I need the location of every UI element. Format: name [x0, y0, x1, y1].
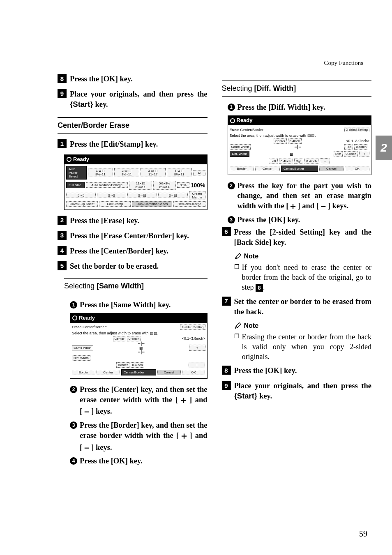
lcd1-edit-stamp[interactable]: Edit/Stamp	[99, 201, 131, 207]
r-step-8-icon: 8	[222, 366, 231, 375]
step-3-icon: 3	[58, 231, 67, 240]
step-1-text: Press the [Edit/Stamp] key.	[70, 139, 158, 150]
step-8: 8 Press the [OK] key.	[58, 74, 208, 84]
header-rule	[58, 68, 371, 68]
step-2-icon: 2	[58, 216, 67, 225]
lcd3-ok[interactable]: OK	[345, 166, 369, 171]
lcd2-same-width[interactable]: Same Width	[72, 345, 93, 350]
r-step-7-icon: 7	[222, 297, 231, 306]
substep-3: 3 Press the [Border] key, and then set t…	[70, 420, 208, 454]
lcd-screenshot-2: Ready Erase Center/Border: 2-sided Setti…	[70, 313, 208, 379]
step-5-icon: 5	[58, 261, 67, 270]
breadcrumb: Copy Functions	[324, 60, 363, 67]
r-step-6-text: Press the [2-sided Setting] key and the …	[234, 227, 372, 248]
substep-4: 4 Press the [OK] key.	[70, 456, 208, 466]
lcd2-ok[interactable]: OK	[182, 370, 205, 375]
step-9-text: Place your originals, and then press the…	[70, 89, 208, 110]
lcd2-center[interactable]: Center	[97, 370, 120, 375]
step-5: 5 Set the border to be erased.	[58, 261, 208, 272]
lcd1-reduce[interactable]: Reduce/Enlarge	[173, 201, 205, 207]
lcd-screenshot-3: Ready Erase Center/Border: 2-sided Setti…	[228, 115, 372, 175]
left-column: 8 Press the [OK] key. 9 Place your origi…	[58, 74, 208, 468]
substep-2: 2 Press the [Center] key, and then set t…	[70, 385, 208, 418]
circle-2-icon: 2	[70, 386, 77, 393]
r-substep-3: 3 Press the [OK] key.	[228, 215, 372, 225]
step-4: 4 Press the [Center/Border] key.	[58, 246, 208, 256]
substep-1: 1 Press the [Same Width] key.	[70, 300, 208, 310]
r-step-6: 6 Press the [2-sided Setting] key and th…	[222, 227, 372, 248]
pencil-icon	[234, 253, 242, 260]
chapter-tab: 2	[376, 136, 392, 160]
right-column: Selecting [Diff. Width] 1 Press the [Dif…	[222, 74, 372, 468]
note-2-body: ❒ Erasing the center or border from the …	[234, 332, 372, 362]
r-step-8-text: Press the [OK] key.	[234, 366, 297, 376]
r-substep-2: 2 Press the key for the part you wish to…	[228, 181, 372, 212]
page-number: 59	[359, 529, 367, 539]
diff-width-heading: Selecting [Diff. Width]	[222, 81, 372, 97]
r-substep-1: 1 Press the [Diff. Width] key.	[228, 102, 372, 112]
lcd3-border[interactable]: Border	[230, 166, 254, 171]
lcd2-2sided[interactable]: 2-sided Setting	[180, 325, 205, 330]
circle-3-icon: 3	[70, 421, 77, 429]
step-1-icon: 1	[58, 139, 67, 148]
r-circle-2-icon: 2	[228, 182, 235, 189]
lcd1-auto-reduce[interactable]: Auto Reduce/Enlarge	[86, 182, 128, 188]
step-4-text: Press the [Center/Border] key.	[70, 246, 168, 256]
lcd2-border[interactable]: Border	[72, 370, 95, 375]
lcd1-ready-bar: Ready	[64, 154, 208, 164]
circle-1-icon: 1	[70, 301, 77, 309]
lcd2-cancel[interactable]: Cancel	[157, 370, 181, 375]
r-step-7-text: Set the center or border to be erased fr…	[234, 297, 372, 317]
lcd2-ready-bar: Ready	[70, 313, 208, 322]
center-border-heading: Center/Border Erase	[58, 117, 208, 134]
r-step-8: 8 Press the [OK] key.	[222, 366, 372, 376]
step-9: 9 Place your originals, and then press t…	[58, 89, 208, 110]
note-1-body: ❒ If you don't need to erase the center …	[234, 263, 372, 292]
lcd3-center-border[interactable]: Center/Border	[281, 166, 318, 172]
r-step-9: 9 Place your originals, and then press t…	[222, 381, 372, 401]
lcd-screenshot-1: Ready Auto Paper Select 1 ⊔ ◻8½×11 2 ▭ ◻…	[64, 154, 208, 210]
step-8-text: Press the [OK] key.	[70, 74, 133, 84]
r-step-7: 7 Set the center or border to be erased …	[222, 297, 372, 317]
lcd3-ready-bar: Ready	[228, 115, 372, 125]
lcd2-center-border[interactable]: Center/Border	[121, 369, 156, 375]
step-3: 3 Press the [Erase Center/Border] key.	[58, 231, 208, 241]
step-5-text: Set the border to be erased.	[70, 261, 159, 272]
pencil-icon-2	[234, 322, 242, 329]
r-circle-3-icon: 3	[228, 216, 235, 223]
step-1: 1 Press the [Edit/Stamp] key.	[58, 139, 208, 150]
step-8-icon: 8	[58, 74, 67, 83]
step-2: 2 Press the [Erase] key.	[58, 216, 208, 226]
r-step-9-text: Place your originals, and then press the…	[234, 381, 372, 401]
note-2-header: Note	[234, 322, 372, 329]
r-circle-1-icon: 1	[228, 104, 235, 111]
lcd3-diff-width[interactable]: Diff. Width	[230, 151, 250, 157]
lcd3-cancel[interactable]: Cancel	[319, 166, 344, 171]
lcd1-create-margin[interactable]: Create Margin	[189, 191, 205, 200]
lcd3-center[interactable]: Center	[255, 166, 280, 171]
lcd1-dup[interactable]: Dup./Combine/Series	[132, 201, 172, 207]
same-width-heading: Selecting Selecting [Same Width][Same Wi…	[64, 278, 208, 294]
r-step-6-icon: 6	[222, 227, 231, 236]
lcd2-diff-width[interactable]: Diff. Width	[72, 355, 90, 361]
note-1-header: Note	[234, 253, 372, 260]
step-4-icon: 4	[58, 246, 67, 255]
lcd1-fullsize[interactable]: Full Size	[66, 182, 85, 188]
step-2-text: Press the [Erase] key.	[70, 216, 139, 226]
lcd3-same-width[interactable]: Same Width	[230, 144, 251, 150]
r-step-9-icon: 9	[222, 381, 231, 390]
lcd3-2sided[interactable]: 2-sided Setting	[344, 127, 369, 132]
lcd1-cover[interactable]: Cover/Slip Sheet	[66, 201, 98, 207]
lcd1-auto-paper[interactable]: Auto Paper Select	[66, 166, 87, 180]
step-3-text: Press the [Erase Center/Border] key.	[70, 231, 189, 241]
step-9-icon: 9	[58, 89, 67, 98]
circle-4-icon: 4	[70, 457, 77, 465]
